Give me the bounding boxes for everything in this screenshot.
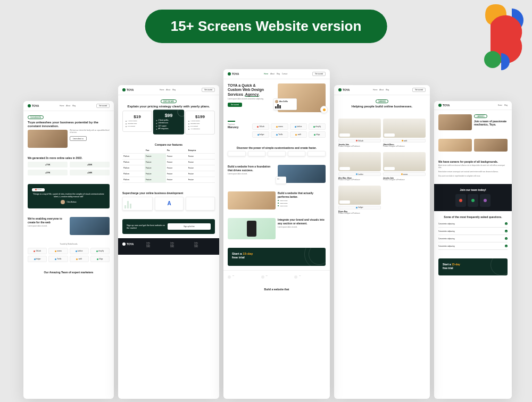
screen-careers: TOYA HomeBlog CAREERS Join a team of pas…: [434, 101, 512, 399]
logo[interactable]: TOYA: [28, 104, 39, 107]
hero-title: Helping people build online businesses.: [338, 105, 426, 108]
pricing-title: Explain your pricing strategy clearly wi…: [122, 105, 215, 108]
super-title: Supercharge your online business develop…: [122, 191, 215, 195]
screen-about: TOYA HomeAboutBlog Get started OUR MISSI…: [23, 101, 114, 399]
image: [70, 217, 110, 235]
feature-tile: [268, 151, 286, 156]
screen-pricing: TOYA HomeAboutBlog Get started WHO WE AR…: [118, 85, 219, 399]
hero-title: Toya unleashes your business potential b…: [28, 121, 110, 128]
faq-item[interactable]: Consectetur adipiscing+: [438, 242, 508, 250]
brand-logo: Trello: [271, 131, 288, 138]
role-pill[interactable]: [468, 194, 478, 207]
overlay-card: $18: [276, 177, 286, 184]
badge: CAREERS: [376, 99, 389, 103]
logo[interactable]: TOYA: [228, 72, 239, 76]
feature-title: Integrate your brand and visuals into an…: [278, 218, 326, 225]
stat: +71K: [28, 162, 68, 168]
brand-logo: shopify: [90, 248, 110, 254]
nav: TOYA HomeAboutBlog Get started: [118, 85, 219, 95]
brand-logo: Lattice: [70, 248, 89, 254]
hero-cta[interactable]: Learn about us: [70, 136, 87, 141]
nav-cta[interactable]: Get started: [96, 104, 110, 108]
brand-logo: GitLab: [28, 248, 47, 254]
feature-title: Build a website from a foundation that d…: [228, 165, 276, 172]
nav: TOYA HomeAboutBlog Get started: [334, 85, 430, 95]
brands-title: Trusted by Global brands: [28, 244, 110, 246]
brand-logo: Trello: [48, 256, 68, 262]
discover-title: Discover the power of simple customisati…: [228, 146, 326, 149]
nav-cta[interactable]: Get started: [312, 72, 326, 76]
person-card: holger Dipen Roy Product Designer at Fre…: [338, 186, 381, 217]
chart-card: A: [155, 197, 184, 211]
hero-image: [28, 130, 68, 148]
join-band: Join our team today!: [434, 184, 512, 211]
signup-band: Sign up now and get the best website on …: [122, 219, 215, 234]
nav-links[interactable]: HomeBlog: [498, 104, 508, 106]
nav-cta[interactable]: Get started: [202, 88, 215, 92]
enable-title: We're enabling everyone to create for th…: [28, 217, 68, 224]
nav-links[interactable]: HomeAboutBlog: [160, 89, 176, 91]
stat: +37K: [28, 170, 68, 175]
svg-point-0: [484, 51, 501, 68]
image: [438, 114, 472, 130]
compare-title: Compare our features: [122, 143, 215, 146]
decorative-logo: [464, 4, 528, 73]
screen-team: TOYA HomeAboutBlog Get started CAREERS H…: [334, 85, 430, 399]
image: [228, 218, 276, 239]
stat: +24K: [70, 170, 110, 175]
hero-cta[interactable]: Get started: [228, 103, 242, 107]
feature-tile: [288, 151, 306, 156]
faq-item[interactable]: Consectetur adipiscing+: [438, 220, 508, 228]
signup-button[interactable]: Sign up for free: [168, 223, 211, 230]
person-card: Lattice Alex Max Jiban Product Designer …: [338, 152, 381, 183]
nav: TOYA HomeAboutBlogContact Get started: [223, 69, 330, 79]
nav: TOYA HomeBlog: [434, 101, 512, 110]
faq-title: Some of the most frequently asked questi…: [438, 215, 508, 219]
price-card[interactable]: $19 4 Social profiles Unlimited users 24…: [122, 111, 152, 132]
role-pill[interactable]: [480, 194, 491, 207]
overlay-badge: [320, 106, 328, 113]
brand-logo: holger: [28, 256, 47, 262]
feature-tile: [248, 151, 266, 156]
chart-card: [122, 197, 153, 211]
brand-logo: klipp: [90, 256, 110, 262]
nav-links[interactable]: HomeAboutBlogContact: [264, 73, 287, 75]
brand-logo: holger: [252, 131, 269, 138]
chart-card: [186, 197, 215, 211]
logo[interactable]: TOYA: [122, 88, 134, 91]
feature-title: Build a website that actually performs b…: [278, 191, 326, 198]
feature-tile: [228, 151, 246, 156]
logo[interactable]: TOYA: [338, 88, 350, 91]
price-card[interactable]: $199 4 Social profiles Unlimited users 2…: [185, 111, 215, 135]
badge: OUR MISSION: [28, 115, 44, 119]
brand-logo: klipp: [309, 131, 326, 138]
person-card: asana Josette Jain Product Designer at F…: [383, 152, 426, 183]
brand-logo: shopify: [309, 123, 326, 130]
person-card: zwilt Jibesh Basu Product Designer at Fr…: [383, 119, 426, 150]
image: [438, 139, 472, 152]
hero-title: TOYA a Quick & Custom Web Design Service…: [228, 83, 276, 97]
person-card: GitLab Josette Jain Product Designer at …: [338, 119, 381, 150]
banner-pill: 15+ Screens Website version: [145, 10, 387, 43]
image: [228, 191, 276, 210]
brand-logo: zwilt: [290, 131, 307, 138]
price-card-featured[interactable]: $99 4 Social profiles Unlimited users 24…: [153, 110, 184, 134]
hero-title: Join a team of passionate mechanics, Toy…: [474, 120, 508, 127]
nav-cta[interactable]: Get started: [412, 88, 426, 92]
careers-title: We have careers for people of all backgr…: [438, 160, 508, 163]
faq-item[interactable]: Consectetur adipiscing+: [438, 228, 508, 235]
brand-logo: asana: [48, 248, 68, 254]
faq-item[interactable]: Consectetur adipiscing+: [438, 235, 508, 242]
role-pill[interactable]: [455, 194, 466, 207]
badge: WHO WE ARE: [161, 99, 177, 103]
nav-links[interactable]: HomeAboutBlog: [373, 89, 389, 91]
avatar: [61, 200, 65, 204]
team-title: Our Amazing Team of expert marketers: [28, 271, 110, 274]
nav-links[interactable]: HomeAboutBlog: [60, 105, 76, 107]
cta-band: Start a 15-dayfree trial: [438, 258, 508, 275]
stats-title: We generated 2x more online sales in 202…: [28, 156, 110, 160]
compare-table: FreeProEnterprise PlatformFeatureFeature…: [122, 148, 215, 183]
screen-home: TOYA HomeAboutBlogContact Get started TO…: [223, 69, 330, 399]
logo[interactable]: TOYA: [438, 104, 450, 107]
footer: TOYA LinksLinksLinks LinksLinksLinks Lin…: [118, 238, 219, 255]
